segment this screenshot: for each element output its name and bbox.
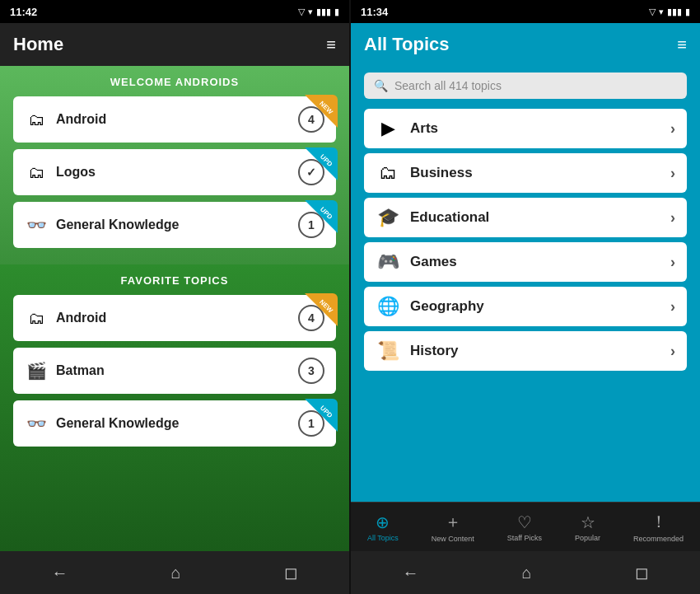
- list-item[interactable]: 👓 General Knowledge 1 UPD: [13, 400, 336, 447]
- topic-name: History: [410, 343, 459, 359]
- gk-icon: 👓: [25, 215, 48, 235]
- battery-icon: ▮: [334, 7, 339, 17]
- tab-staff-picks[interactable]: ♡ Staff Picks: [501, 509, 548, 545]
- fav-android-icon: 🗂: [25, 309, 48, 328]
- recent-button-left[interactable]: ◻: [271, 556, 311, 589]
- list-item[interactable]: ▶ Arts ›: [364, 109, 687, 148]
- all-topics-title: All Topics: [364, 34, 450, 55]
- batman-icon: 🎬: [25, 361, 48, 381]
- topics-list: ▶ Arts › 🗂 Business › 🎓 Educational › 🎮: [351, 109, 700, 502]
- logos-icon: 🗂: [25, 163, 48, 182]
- time-right: 11:34: [361, 6, 388, 18]
- menu-button-right[interactable]: ≡: [677, 35, 687, 54]
- android-icon: 🗂: [25, 110, 48, 129]
- welcome-section: WELCOME ANDROIDS 🗂 Android 4 NEW 🗂 Logos: [0, 66, 349, 264]
- signal-bars-icon: ▮▮▮: [316, 7, 331, 17]
- signal-icon-r: ▽: [649, 7, 656, 17]
- top-bar-left: Home ≡: [0, 23, 349, 66]
- recent-button-right[interactable]: ◻: [622, 556, 662, 589]
- wifi-icon-r: ▾: [659, 7, 664, 17]
- item-name: General Knowledge: [56, 217, 179, 232]
- popular-icon: ☆: [581, 512, 595, 532]
- search-bar: 🔍 Search all 414 topics: [351, 66, 700, 109]
- topic-name: Educational: [410, 209, 489, 226]
- favorites-title: FAVORITE TOPICS: [13, 274, 336, 287]
- tab-label: New Content: [432, 535, 474, 543]
- chevron-right-icon: ›: [670, 298, 675, 316]
- menu-button-left[interactable]: ≡: [326, 35, 336, 54]
- list-item[interactable]: 🗂 Logos ✓ UPD: [13, 149, 336, 195]
- geography-icon: 🌐: [376, 296, 400, 317]
- arts-icon: ▶: [376, 118, 400, 139]
- search-input[interactable]: Search all 414 topics: [394, 79, 502, 92]
- home-button-left[interactable]: ⌂: [157, 557, 194, 589]
- search-input-wrapper[interactable]: 🔍 Search all 414 topics: [364, 72, 687, 99]
- tab-label: Popular: [575, 534, 600, 542]
- list-item[interactable]: 🗂 Android 4 NEW: [13, 96, 336, 143]
- item-name: General Knowledge: [56, 416, 179, 431]
- tab-label: Staff Picks: [507, 534, 542, 542]
- badge-label: NEW: [317, 298, 333, 314]
- educational-icon: 🎓: [376, 207, 400, 228]
- tab-all-topics[interactable]: ⊕ All Topics: [361, 509, 405, 545]
- tab-bar: ⊕ All Topics ＋ New Content ♡ Staff Picks…: [351, 502, 700, 551]
- badge-label: UPD: [318, 206, 333, 221]
- business-icon: 🗂: [376, 162, 400, 184]
- topic-name: Arts: [410, 120, 438, 137]
- chevron-right-icon: ›: [670, 165, 675, 182]
- list-item[interactable]: 📜 History ›: [364, 331, 687, 371]
- list-item[interactable]: 🗂 Android 4 NEW: [13, 295, 336, 341]
- item-name: Android: [56, 311, 106, 325]
- time-left: 11:42: [10, 6, 37, 18]
- badge-count: 3: [298, 358, 324, 384]
- signal-icon: ▽: [298, 7, 305, 17]
- list-item[interactable]: 🎮 Games ›: [364, 242, 687, 282]
- tab-new-content[interactable]: ＋ New Content: [425, 507, 481, 546]
- back-button-right[interactable]: ←: [389, 557, 432, 589]
- updated-badge: UPD: [305, 147, 338, 180]
- new-content-icon: ＋: [445, 511, 461, 533]
- status-bar-right: 11:34 ▽ ▾ ▮▮▮ ▮: [351, 0, 700, 23]
- list-item[interactable]: 👓 General Knowledge 1 UPD: [13, 202, 336, 248]
- item-name: Logos: [56, 165, 96, 180]
- welcome-title: WELCOME ANDROIDS: [13, 76, 336, 88]
- back-button-left[interactable]: ←: [38, 557, 81, 589]
- fav-gk-icon: 👓: [25, 414, 48, 433]
- chevron-right-icon: ›: [670, 209, 675, 227]
- list-item[interactable]: 🎬 Batman 3: [13, 348, 336, 394]
- tab-popular[interactable]: ☆ Popular: [568, 509, 607, 545]
- list-item[interactable]: 🌐 Geography ›: [364, 287, 687, 326]
- wifi-icon: ▾: [308, 7, 313, 17]
- updated-badge: UPD: [305, 200, 338, 233]
- home-title: Home: [13, 34, 63, 55]
- bottom-nav-left: ← ⌂ ◻: [0, 551, 349, 594]
- list-item[interactable]: 🎓 Educational ›: [364, 198, 687, 237]
- history-icon: 📜: [376, 340, 400, 362]
- topic-name: Geography: [410, 298, 484, 315]
- signal-bars-icon-r: ▮▮▮: [667, 7, 682, 17]
- search-icon: 🔍: [374, 79, 388, 92]
- favorites-section: FAVORITE TOPICS 🗂 Android 4 NEW 🎬 Batman: [0, 264, 349, 551]
- home-button-right[interactable]: ⌂: [508, 557, 544, 589]
- chevron-right-icon: ›: [670, 343, 675, 360]
- recommended-icon: ！: [651, 511, 667, 533]
- chevron-right-icon: ›: [670, 254, 675, 271]
- updated-badge: UPD: [305, 399, 338, 432]
- list-item[interactable]: 🗂 Business ›: [364, 153, 687, 193]
- new-badge: NEW: [305, 293, 338, 326]
- games-icon: 🎮: [376, 251, 400, 273]
- badge-label: NEW: [317, 100, 333, 115]
- topic-name: Business: [410, 165, 473, 181]
- bottom-nav-right: ← ⌂ ◻: [351, 551, 700, 594]
- status-bar-left: 11:42 ▽ ▾ ▮▮▮ ▮: [0, 0, 349, 23]
- right-phone: 11:34 ▽ ▾ ▮▮▮ ▮ All Topics ≡ 🔍 Search al…: [351, 0, 700, 594]
- left-phone: 11:42 ▽ ▾ ▮▮▮ ▮ Home ≡ WELCOME ANDROIDS …: [0, 0, 349, 594]
- item-name: Android: [56, 112, 106, 127]
- home-content: WELCOME ANDROIDS 🗂 Android 4 NEW 🗂 Logos: [0, 66, 349, 551]
- badge-label: UPD: [318, 405, 333, 419]
- tab-recommended[interactable]: ！ Recommended: [627, 507, 690, 546]
- all-topics-icon: ⊕: [376, 512, 390, 532]
- status-icons-right: ▽ ▾ ▮▮▮ ▮: [649, 7, 690, 17]
- topic-name: Games: [410, 254, 457, 270]
- battery-icon-r: ▮: [685, 7, 690, 17]
